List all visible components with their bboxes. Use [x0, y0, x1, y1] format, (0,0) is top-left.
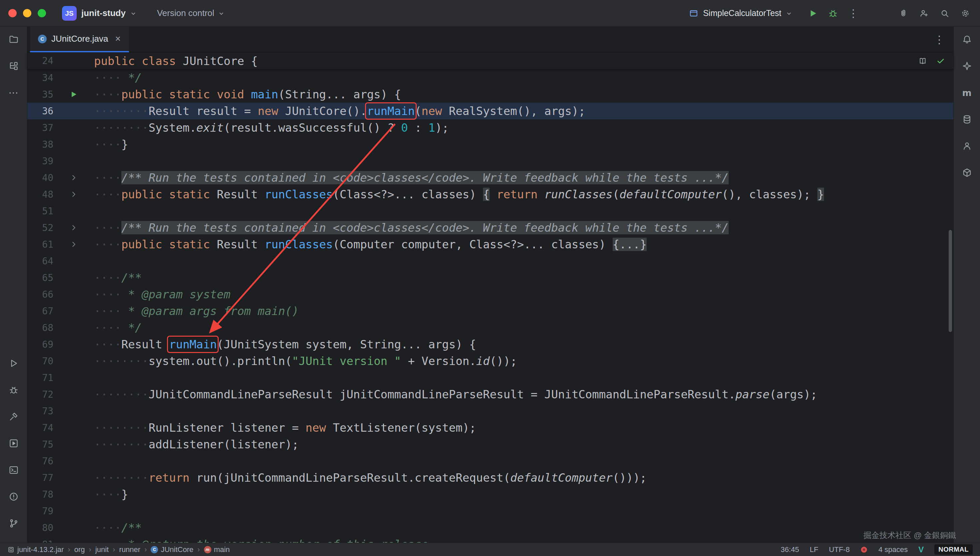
- add-user-icon[interactable]: [919, 9, 929, 18]
- project-tool-button[interactable]: [6, 32, 21, 47]
- line-number[interactable]: 73: [27, 406, 53, 417]
- build-tool-button[interactable]: [6, 409, 21, 424]
- caret-position-widget[interactable]: 36:45: [781, 545, 799, 554]
- code-line[interactable]: 24public class JUnitCore {: [27, 53, 918, 70]
- run-configuration-widget[interactable]: SimpleCalculatorTest: [689, 8, 792, 18]
- line-number[interactable]: 66: [27, 289, 53, 300]
- line-number[interactable]: 51: [27, 206, 53, 217]
- line-number[interactable]: 68: [27, 322, 53, 333]
- code-line[interactable]: 66···· * @param system: [27, 286, 953, 303]
- editor-options-icon[interactable]: ⋮: [934, 34, 953, 45]
- debug-tool-button[interactable]: [6, 383, 21, 397]
- code-line[interactable]: 73: [27, 402, 953, 419]
- line-number[interactable]: 81: [27, 539, 53, 543]
- code-line[interactable]: 35····public static void main(String... …: [27, 86, 953, 103]
- line-number[interactable]: 38: [27, 139, 53, 150]
- line-number[interactable]: 48: [27, 189, 53, 200]
- line-number[interactable]: 36: [27, 106, 53, 117]
- line-number[interactable]: 78: [27, 489, 53, 500]
- fold-chevron-icon[interactable]: [53, 224, 94, 231]
- code-line[interactable]: 70········system.out().println("JUnit ve…: [27, 353, 953, 369]
- maven-button[interactable]: m: [960, 85, 974, 100]
- breadcrumb-item[interactable]: runner: [119, 545, 140, 554]
- breadcrumb-item[interactable]: mmain: [204, 545, 230, 554]
- indent-widget[interactable]: 4 spaces: [878, 545, 908, 554]
- code-line[interactable]: 40····/** Run the tests contained in <co…: [27, 169, 953, 186]
- line-number[interactable]: 79: [27, 506, 53, 517]
- code-area[interactable]: 34···· */35····public static void main(S…: [27, 70, 953, 543]
- run-tool-button[interactable]: [6, 356, 21, 371]
- problems-tool-button[interactable]: [6, 489, 21, 504]
- code-line[interactable]: 72········JUnitCommandLineParseResult jU…: [27, 386, 953, 402]
- collaboration-button[interactable]: [960, 139, 974, 154]
- notifications-button[interactable]: [960, 32, 974, 47]
- vim-mode-badge[interactable]: NORMAL: [934, 544, 973, 555]
- code-line[interactable]: 39: [27, 153, 953, 169]
- fold-chevron-icon[interactable]: [53, 191, 94, 198]
- dependencies-button[interactable]: [960, 165, 974, 180]
- line-number[interactable]: 77: [27, 472, 53, 483]
- tab-junitcore[interactable]: C JUnitCore.java ✕: [30, 27, 129, 52]
- line-number[interactable]: 61: [27, 239, 53, 250]
- breadcrumb-item[interactable]: org: [74, 545, 85, 554]
- code-line[interactable]: 61····public static Result runClasses(Co…: [27, 236, 953, 253]
- encoding-widget[interactable]: UTF-8: [829, 545, 850, 554]
- line-separator-widget[interactable]: LF: [810, 545, 819, 554]
- editor-scrollbar[interactable]: [949, 230, 952, 332]
- settings-gear-icon[interactable]: [961, 9, 970, 18]
- code-line[interactable]: 67···· * @param args from main(): [27, 303, 953, 319]
- zoom-window-button[interactable]: [38, 9, 46, 17]
- line-number[interactable]: 65: [27, 272, 53, 283]
- fold-chevron-icon[interactable]: [53, 174, 94, 181]
- line-number[interactable]: 37: [27, 122, 53, 133]
- ideavim-icon[interactable]: V: [918, 545, 923, 554]
- run-button[interactable]: [808, 8, 818, 18]
- code-line[interactable]: 79: [27, 503, 953, 519]
- code-line[interactable]: 74········RunListener listener = new Tex…: [27, 419, 953, 436]
- database-button[interactable]: [960, 112, 974, 127]
- services-tool-button[interactable]: [6, 436, 21, 451]
- line-number[interactable]: 70: [27, 356, 53, 367]
- inspection-status-icon[interactable]: [861, 546, 868, 553]
- breadcrumb-item[interactable]: junit: [95, 545, 109, 554]
- line-number[interactable]: 72: [27, 389, 53, 400]
- code-line[interactable]: 71: [27, 369, 953, 386]
- code-line[interactable]: 48····public static Result runClasses(Cl…: [27, 186, 953, 203]
- code-line[interactable]: 68···· */: [27, 319, 953, 336]
- minimize-window-button[interactable]: [23, 9, 31, 17]
- ai-assistant-button[interactable]: [960, 59, 974, 73]
- code-line[interactable]: 36········Result result = new JUnitCore(…: [27, 103, 953, 119]
- line-number[interactable]: 80: [27, 522, 53, 533]
- breadcrumb-item[interactable]: junit-4.13.2.jar: [7, 545, 64, 554]
- version-control-tool-button[interactable]: [6, 516, 21, 531]
- breadcrumb-item[interactable]: CJUnitCore: [151, 545, 193, 554]
- paperclip-icon[interactable]: [899, 9, 908, 18]
- run-gutter-icon[interactable]: [53, 90, 94, 99]
- line-number[interactable]: 76: [27, 456, 53, 467]
- terminal-tool-button[interactable]: [6, 463, 21, 477]
- code-line[interactable]: 37········System.exit(result.wasSuccessf…: [27, 119, 953, 136]
- code-line[interactable]: 65····/**: [27, 269, 953, 286]
- code-line[interactable]: 80····/**: [27, 519, 953, 536]
- code-line[interactable]: 51: [27, 203, 953, 219]
- code-line[interactable]: 78····}: [27, 486, 953, 503]
- line-number[interactable]: 67: [27, 305, 53, 317]
- line-number[interactable]: 35: [27, 89, 53, 100]
- reader-mode-icon[interactable]: [918, 57, 927, 66]
- line-number[interactable]: 75: [27, 439, 53, 450]
- line-number[interactable]: 71: [27, 372, 53, 383]
- code-line[interactable]: 69····Result runMain(JUnitSystem system,…: [27, 336, 953, 353]
- line-number[interactable]: 52: [27, 222, 53, 233]
- fold-chevron-icon[interactable]: [53, 241, 94, 248]
- line-number[interactable]: 69: [27, 339, 53, 350]
- line-number[interactable]: 74: [27, 422, 53, 433]
- code-line[interactable]: 64: [27, 253, 953, 269]
- code-line[interactable]: 52····/** Run the tests contained in <co…: [27, 219, 953, 236]
- line-number[interactable]: 64: [27, 256, 53, 267]
- code-line[interactable]: 77········return run(jUnitCommandLinePar…: [27, 469, 953, 486]
- debug-button[interactable]: [828, 8, 838, 18]
- line-number[interactable]: 40: [27, 172, 53, 183]
- tab-close-icon[interactable]: ✕: [115, 35, 121, 43]
- code-line[interactable]: 75········addListener(listener);: [27, 436, 953, 453]
- code-line[interactable]: 81···· * @return the version number of t…: [27, 536, 953, 543]
